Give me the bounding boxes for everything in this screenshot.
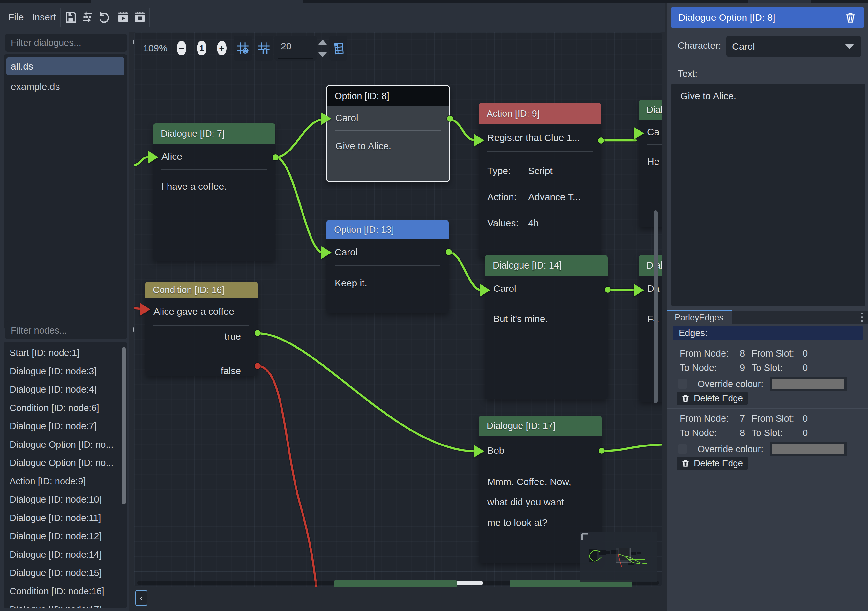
node-header[interactable]: Dialogue [ID: 7]	[153, 124, 275, 144]
delete-edge-button[interactable]: Delete Edge	[677, 457, 748, 470]
minimap-viewport[interactable]	[616, 548, 631, 563]
graph-node-option-13[interactable]: Option [ID: 13] Carol Keep it.	[327, 220, 449, 313]
graph-node-dialogue-7[interactable]: Dialogue [ID: 7] Alice I have a coffee.	[153, 124, 275, 261]
output-port[interactable]	[273, 154, 279, 161]
graph-node-condition-16[interactable]: Condition [ID: 16] Alice gave a coffee t…	[145, 282, 257, 376]
edge-dialogue7-to-option13[interactable]	[275, 157, 322, 252]
output-port[interactable]	[447, 116, 453, 122]
input-port[interactable]	[480, 284, 490, 297]
node-list-item[interactable]: Dialogue [ID: node:4]	[4, 381, 127, 399]
spin-down-icon[interactable]	[318, 52, 327, 57]
zoom-out-button[interactable]: −	[177, 41, 186, 56]
file-item[interactable]: example.ds	[11, 80, 60, 94]
node-list-item[interactable]: Dialogue [ID: node:12]	[4, 527, 127, 546]
node-list-item[interactable]: Start [ID: node:1]	[4, 344, 127, 362]
node-list-item[interactable]: Dialogue [ID: node:14]	[4, 546, 127, 564]
node-header[interactable]: Option [ID: 13]	[327, 220, 449, 239]
override-colour-checkbox[interactable]	[678, 444, 687, 454]
file-item-selected[interactable]: all.ds	[6, 57, 124, 75]
output-port[interactable]	[605, 287, 611, 293]
graph-node-dialogue-14[interactable]: Dialogue [ID: 14] Carol But it's mine.	[485, 255, 608, 399]
edge-condition16-false[interactable]	[257, 366, 316, 587]
spinbox-underline	[277, 58, 313, 59]
zoom-in-button[interactable]: +	[217, 41, 226, 56]
character-dropdown[interactable]: Carol	[726, 36, 861, 57]
graph-node-option-8-selected[interactable]: Option [ID: 8] Carol Give to Alice.	[326, 85, 450, 182]
input-port[interactable]	[321, 246, 332, 259]
false-slot-label: false	[145, 360, 257, 382]
node-header[interactable]: Action [ID: 9]	[479, 103, 601, 124]
input-port-red[interactable]	[140, 303, 150, 316]
node-list-item[interactable]: Dialogue [ID: node:7]	[4, 417, 127, 436]
node-list-item[interactable]: Dialogue [ID: node:10]	[4, 490, 127, 509]
input-port[interactable]	[474, 445, 484, 458]
node-list-item[interactable]: Action [ID: node:9]	[4, 472, 127, 491]
true-output-port[interactable]	[255, 330, 261, 336]
node-filter-input[interactable]	[10, 325, 132, 336]
input-port[interactable]	[634, 127, 644, 140]
node-list-item[interactable]: Dialogue Option [ID: no...	[4, 436, 127, 454]
node-header[interactable]: Dialogue [ID: 14]	[485, 255, 608, 275]
kebab-menu-icon[interactable]	[860, 312, 863, 323]
vertical-scrollbar-thumb[interactable]	[654, 210, 658, 404]
node-list-item[interactable]: Dialogue [ID: node:17]	[4, 600, 127, 608]
node-list-item[interactable]: Dialogue [ID: node:15]	[4, 564, 127, 582]
node-list-item[interactable]: Dialogue Option [ID: no...	[4, 454, 127, 472]
false-output-port[interactable]	[255, 363, 261, 369]
input-port[interactable]	[321, 112, 331, 125]
edge-dialogue14-to-dialogue15[interactable]	[608, 289, 636, 290]
colour-swatch[interactable]	[770, 377, 847, 391]
import-export-icon[interactable]	[81, 10, 95, 24]
edge-option8-to-action9[interactable]	[450, 119, 476, 140]
delete-node-icon[interactable]	[845, 11, 857, 23]
input-port[interactable]	[634, 284, 644, 297]
graph-node-dialogue-clipped-top[interactable]: Dial Ca He	[639, 100, 662, 227]
zoom-reset-button[interactable]: 1	[197, 41, 206, 56]
output-port[interactable]	[446, 249, 452, 255]
dialogue-filter-input[interactable]	[10, 37, 132, 48]
values-label: Values:	[487, 218, 528, 229]
node-list-item[interactable]: Condition [ID: node:6]	[4, 399, 127, 418]
graph-node-clipped-bottom[interactable]	[335, 580, 457, 587]
edge-dialogue17-out[interactable]	[603, 444, 662, 451]
output-port[interactable]	[598, 138, 604, 144]
save-icon[interactable]	[64, 10, 78, 24]
menu-insert[interactable]: Insert	[28, 3, 60, 32]
minimap-toggle[interactable]	[329, 36, 347, 60]
spin-up-icon[interactable]	[318, 40, 327, 45]
node-list-item[interactable]: Dialogue [ID: node:11]	[4, 509, 127, 527]
node-header[interactable]: Dial	[639, 100, 662, 119]
tab-parleyedges[interactable]: ParleyEdges	[667, 311, 732, 324]
play-dialogue-icon[interactable]	[116, 10, 130, 24]
collapse-sidebar-button[interactable]: ‹	[135, 590, 147, 606]
input-port[interactable]	[474, 134, 484, 147]
node-list-item[interactable]: Dialogue [ID: node:3]	[4, 362, 127, 381]
undo-icon[interactable]	[97, 10, 111, 24]
snap-to-grid-toggle[interactable]	[234, 36, 252, 60]
override-colour-checkbox[interactable]	[678, 379, 687, 389]
graph-node-action-9[interactable]: Action [ID: 9] Register that Clue 1... T…	[479, 103, 601, 257]
menu-file[interactable]: File	[5, 3, 28, 32]
graph-canvas[interactable]: 109% − 1 + 20 Dialogue [ID:	[134, 32, 662, 587]
input-port[interactable]	[148, 151, 158, 164]
horizontal-scrollbar-thumb[interactable]	[457, 581, 483, 585]
snap-distance-spinbox[interactable]: 20	[274, 36, 316, 60]
output-port[interactable]	[599, 448, 605, 454]
node-header[interactable]: Option [ID: 8]	[327, 86, 449, 106]
delete-edge-button[interactable]: Delete Edge	[677, 391, 748, 405]
colour-swatch[interactable]	[770, 442, 847, 456]
graph-node-dialogue-clipped-mid[interactable]: Dial Da Fa	[639, 255, 662, 402]
node-header[interactable]: Dial	[639, 255, 662, 275]
node-header[interactable]: Dialogue [ID: 17]	[479, 416, 601, 436]
edge-condition16-true-to-dialogue17[interactable]	[257, 333, 476, 451]
node-list-item[interactable]: Condition [ID: node:16]	[4, 582, 127, 601]
snap-distance-toggle[interactable]	[255, 36, 273, 60]
edge-dialogue7-to-option8[interactable]	[275, 119, 323, 157]
new-scene-icon[interactable]	[133, 10, 147, 24]
from-node-value: 8	[740, 348, 745, 359]
graph-minimap[interactable]	[580, 532, 657, 582]
node-list-scrollbar[interactable]	[122, 347, 126, 504]
node-header[interactable]: Condition [ID: 16]	[145, 282, 257, 298]
text-field[interactable]: Give to Alice.	[671, 84, 865, 306]
edge-option13-to-dialogue14[interactable]	[449, 252, 482, 290]
